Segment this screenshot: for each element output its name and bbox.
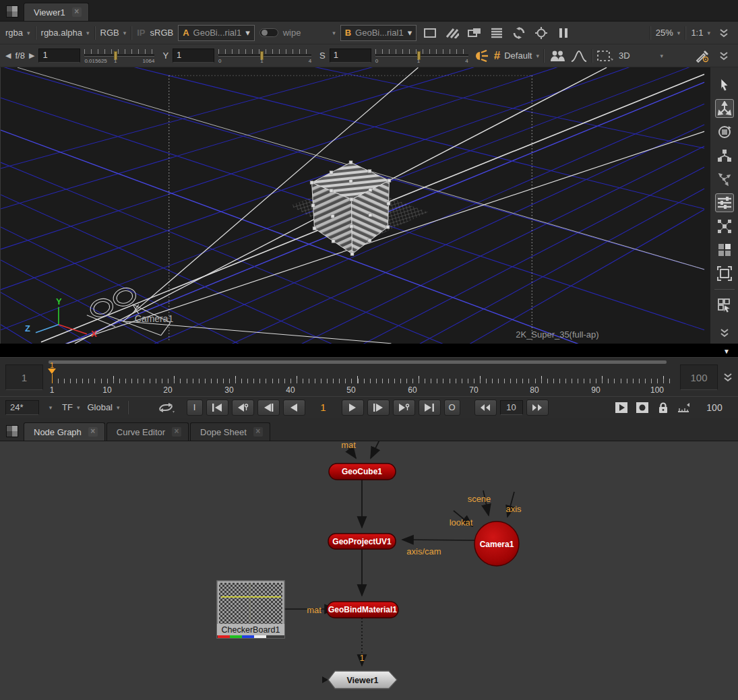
loop-mode-icon[interactable] bbox=[155, 400, 177, 416]
in-point-button[interactable]: I bbox=[187, 400, 203, 416]
stereo-people-icon[interactable] bbox=[549, 48, 566, 64]
collapse-timeline-icon[interactable] bbox=[723, 373, 733, 382]
gamma-slider[interactable]: 0 1 4 bbox=[218, 47, 311, 65]
play-forward-button[interactable] bbox=[342, 400, 364, 416]
close-icon[interactable]: × bbox=[253, 427, 263, 437]
frame-selection-icon[interactable] bbox=[715, 264, 734, 283]
layer-dropdown[interactable]: rgba▾ bbox=[5, 28, 30, 38]
fps-dropdown-icon[interactable]: ▾ bbox=[42, 400, 59, 416]
pixel-aspect-dropdown[interactable]: 1:1▾ bbox=[691, 28, 710, 38]
colorspace-button[interactable]: sRGB bbox=[150, 28, 174, 38]
render-range-icon[interactable] bbox=[675, 400, 693, 416]
view-preset-dropdown[interactable]: Default▾ bbox=[504, 51, 539, 61]
close-icon[interactable]: × bbox=[88, 427, 98, 437]
collapse-side-toolbar-icon[interactable] bbox=[715, 323, 734, 342]
region-select-icon[interactable] bbox=[715, 296, 734, 315]
view-mode-dropdown[interactable]: 3D▾ bbox=[619, 51, 663, 61]
saturation-slider[interactable]: 0 1 4 bbox=[375, 47, 468, 65]
roi-target-icon[interactable] bbox=[532, 25, 550, 41]
divider-handle-icon[interactable]: ▼ bbox=[723, 348, 730, 355]
range-start-display[interactable]: 1 bbox=[5, 364, 43, 390]
tab-curve-editor[interactable]: Curve Editor × bbox=[106, 422, 189, 441]
current-frame-display[interactable]: 1 bbox=[309, 402, 338, 413]
close-icon[interactable]: × bbox=[72, 7, 82, 17]
falloff-curve-icon[interactable] bbox=[570, 48, 588, 64]
b-buffer-select[interactable]: B GeoBi...rial1 ▾ bbox=[340, 25, 417, 41]
node-checkerboard1[interactable]: CheckerBoard1 bbox=[217, 581, 284, 638]
close-icon[interactable]: × bbox=[172, 427, 181, 437]
fps-display[interactable]: 24* bbox=[5, 400, 39, 415]
fstop-label[interactable]: f/8 bbox=[15, 51, 24, 61]
viewer-3d-viewport[interactable]: Camera1 Y X Z 2K_Super_35(full-ap) bbox=[0, 67, 738, 344]
gain-slider[interactable]: 0.015625 1 1064 bbox=[84, 47, 154, 65]
timeline-scrollbar[interactable] bbox=[49, 360, 667, 364]
select-tool-icon[interactable] bbox=[715, 75, 734, 94]
frame-increment-input[interactable]: 10 bbox=[500, 400, 523, 415]
translate-tool-icon[interactable] bbox=[715, 99, 734, 118]
input-process-button[interactable]: IP bbox=[137, 28, 145, 38]
goto-end-button[interactable] bbox=[419, 400, 441, 416]
gamma-display-icon[interactable] bbox=[421, 25, 439, 41]
next-keyframe-button[interactable] bbox=[393, 400, 415, 416]
out-point-button[interactable]: O bbox=[444, 400, 460, 416]
color-sample-icon[interactable] bbox=[694, 48, 711, 64]
vertex-grid-icon[interactable] bbox=[715, 217, 734, 236]
node-geobindmaterial1[interactable]: GeoBindMaterial1 bbox=[327, 602, 398, 618]
play-backward-button[interactable] bbox=[283, 400, 305, 416]
scene-hierarchy-icon[interactable] bbox=[715, 146, 734, 165]
node-camera1[interactable]: Camera1 bbox=[474, 521, 519, 566]
wipe-mode-dropdown[interactable]: wipe▾ bbox=[283, 28, 336, 38]
node-viewer1[interactable]: Viewer1 bbox=[322, 671, 397, 689]
camera-label: Camera1 bbox=[135, 313, 174, 324]
zoom-level-dropdown[interactable]: 25%▾ bbox=[656, 28, 681, 38]
tab-viewer1[interactable]: Viewer1 × bbox=[24, 3, 89, 21]
gain-next-icon[interactable]: ▶ bbox=[29, 51, 34, 60]
soft-select-icon[interactable] bbox=[715, 170, 734, 189]
wipe-toggle[interactable] bbox=[259, 28, 278, 37]
gamma-input[interactable]: 1 bbox=[173, 49, 214, 63]
headlamp-icon[interactable] bbox=[472, 48, 490, 64]
checker-wipe-icon[interactable] bbox=[443, 25, 461, 41]
collapse-toolbar-icon[interactable] bbox=[715, 48, 733, 64]
flipbook-button[interactable] bbox=[613, 400, 630, 416]
a-buffer-select[interactable]: A GeoBi...rial1 ▾ bbox=[178, 25, 254, 41]
step-back-button[interactable] bbox=[257, 400, 280, 416]
decrement-frame-button[interactable] bbox=[474, 400, 497, 416]
proxy-panels-icon[interactable] bbox=[466, 25, 483, 41]
viewport-canvas[interactable]: Camera1 Y X Z 2K_Super_35(full-ap) bbox=[1, 67, 710, 344]
playhead[interactable]: 1 bbox=[48, 362, 56, 383]
step-forward-button[interactable] bbox=[367, 400, 390, 416]
node-geoprojectuv1[interactable]: GeoProjectUV1 bbox=[328, 534, 396, 549]
pane-menu-icon[interactable] bbox=[6, 5, 18, 18]
node-geocube1[interactable]: GeoCube1 bbox=[329, 464, 396, 480]
scanline-stripes-icon[interactable] bbox=[488, 25, 505, 41]
tab-dope-sheet[interactable]: Dope Sheet × bbox=[190, 422, 270, 441]
goto-start-button[interactable] bbox=[206, 400, 228, 416]
gain-input[interactable]: 1 bbox=[38, 49, 80, 63]
rotate-tool-icon[interactable] bbox=[715, 123, 734, 141]
timeline-ruler[interactable]: 1 10 20 30 40 50 60 70 80 90 100 1 bbox=[49, 358, 676, 396]
pane-menu-icon[interactable] bbox=[6, 425, 18, 437]
refresh-icon[interactable] bbox=[510, 25, 528, 41]
tf-dropdown[interactable]: TF▾ bbox=[62, 402, 80, 412]
layout-panes-icon[interactable] bbox=[715, 241, 734, 259]
record-button[interactable] bbox=[634, 400, 651, 416]
gain-prev-icon[interactable]: ◀ bbox=[5, 51, 11, 60]
multi-slider-icon[interactable] bbox=[715, 193, 734, 212]
frame-range-dropdown[interactable]: Global▾ bbox=[87, 402, 119, 412]
alpha-dropdown[interactable]: rgba.alpha▾ bbox=[41, 28, 90, 38]
display-channels-dropdown[interactable]: RGB▾ bbox=[100, 28, 127, 38]
panel-divider[interactable]: ▼ bbox=[0, 344, 738, 357]
pause-icon[interactable] bbox=[555, 25, 572, 41]
lock-range-icon[interactable] bbox=[654, 400, 672, 416]
playback-end-display[interactable]: 100 bbox=[696, 402, 733, 413]
grid-hash-icon[interactable]: # bbox=[494, 49, 500, 63]
range-end-display[interactable]: 100 bbox=[680, 364, 718, 390]
prev-keyframe-button[interactable] bbox=[232, 400, 254, 416]
collapse-toolbar-icon[interactable] bbox=[715, 25, 733, 41]
increment-frame-button[interactable] bbox=[526, 400, 549, 416]
marquee-select-icon[interactable] bbox=[597, 48, 615, 64]
node-graph-canvas[interactable]: mat scene axis lookat axis/cam mat 1 Geo… bbox=[0, 441, 738, 700]
tab-node-graph[interactable]: Node Graph × bbox=[24, 422, 105, 441]
saturation-input[interactable]: 1 bbox=[330, 49, 371, 63]
